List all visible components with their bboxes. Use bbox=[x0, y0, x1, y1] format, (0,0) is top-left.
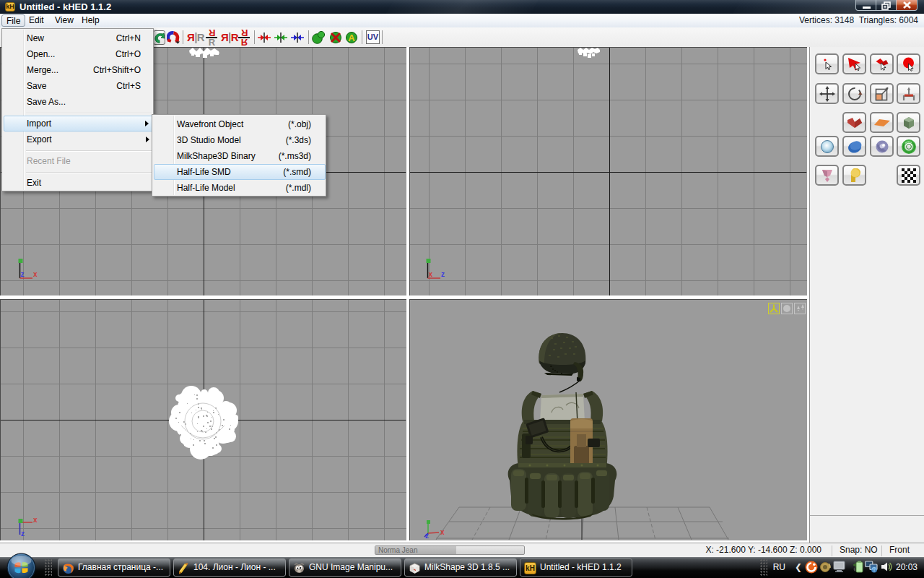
svg-text:z: z bbox=[425, 532, 429, 539]
svg-text:z: z bbox=[441, 270, 445, 278]
svg-text:x: x bbox=[33, 270, 38, 278]
svg-text:z: z bbox=[21, 270, 25, 278]
svg-text:x: x bbox=[440, 528, 445, 536]
svg-text:x: x bbox=[429, 270, 433, 278]
svg-text:A: A bbox=[348, 33, 355, 43]
svg-text:z: z bbox=[21, 530, 25, 538]
svg-text:x: x bbox=[33, 516, 38, 524]
